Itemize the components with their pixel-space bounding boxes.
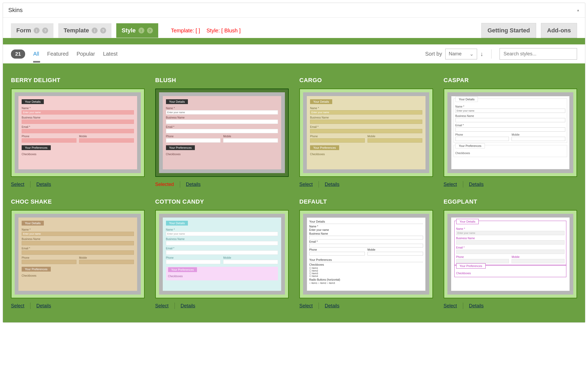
info-icon[interactable]: ! [138,28,144,33]
select-link[interactable]: Select [155,303,169,309]
info-icon[interactable]: ! [34,28,40,33]
sort-select[interactable]: Name ⌄ [445,49,477,59]
search-box[interactable] [500,48,577,60]
details-link[interactable]: Details [325,303,339,309]
style-card: BLUSH Your Details Name *Enter your name… [155,77,289,188]
panel-header: Skins ▲ [3,3,585,18]
select-link[interactable]: Select [299,182,313,187]
style-thumbnail[interactable]: Your Details Name *Enter your name Busin… [299,89,433,177]
style-thumbnail[interactable]: Your Details Name *Enter your name Busin… [11,89,145,177]
tab-form-label: Form [16,27,31,34]
details-link[interactable]: Details [186,182,201,187]
tab-form[interactable]: Form ! ? [11,23,53,38]
details-link[interactable]: Details [325,182,339,187]
tab-template[interactable]: Template ! ? [58,23,111,38]
filter-all[interactable]: All [33,51,39,57]
sort-group: Sort by Name ⌄ ↓ [425,49,483,59]
style-thumbnail[interactable]: Your Details Name *Enter your name Busin… [155,210,289,298]
card-actions: Select Details [299,303,433,309]
style-title: CHOC SHAKE [11,198,145,205]
style-thumbnail[interactable]: Your Details Name *Enter your name Busin… [155,89,289,177]
style-thumbnail[interactable]: Your Details Name *Enter your name Busin… [11,210,145,298]
help-icon[interactable]: ? [42,28,48,33]
divider [30,181,30,188]
active-underline [33,61,40,63]
divider [319,181,319,188]
addons-button[interactable]: Add-ons [541,23,577,38]
divider [180,181,180,188]
divider [463,181,463,188]
card-actions: Select Details [444,303,577,309]
count-badge: 21 [11,49,25,59]
style-card: CHOC SHAKE Your Details Name *Enter your… [11,198,145,309]
details-link[interactable]: Details [181,303,195,309]
card-actions: Select Details [299,181,433,188]
collapse-icon[interactable]: ▲ [577,8,580,12]
chevron-down-icon: ⌄ [470,51,474,57]
style-title: COTTON CANDY [155,198,289,205]
tab-style-label: Style [122,27,136,34]
style-card: CASPAR Your Details Name *Enter your nam… [444,77,577,188]
select-link[interactable]: Select [11,182,24,187]
divider [491,49,492,59]
details-link[interactable]: Details [469,303,484,309]
style-card: CARGO Your Details Name *Enter your name… [299,77,433,188]
tab-template-label: Template [64,27,89,34]
summary-template: Template: [ ] [171,28,200,34]
filter-popular[interactable]: Popular [76,51,95,57]
getting-started-button[interactable]: Getting Started [481,23,536,38]
green-strip [3,38,585,44]
tab-style[interactable]: Style ! ? [116,23,158,38]
card-actions: Select Details [11,303,145,309]
filter-featured[interactable]: Featured [47,51,68,57]
select-link[interactable]: Select [444,303,457,309]
help-icon[interactable]: ? [147,28,153,33]
sort-label: Sort by [425,51,442,57]
panel-title: Skins [8,7,23,14]
filter-bar: 21 All Featured Popular Latest Sort by N… [3,44,585,63]
style-card: COTTON CANDY Your Details Name *Enter yo… [155,198,289,309]
style-card: BERRY DELIGHT Your Details Name *Enter y… [11,77,145,188]
style-card: DEFAULT Your Details Name * Enter your n… [299,198,433,309]
select-link[interactable]: Select [299,303,313,309]
info-icon[interactable]: ! [92,28,98,33]
sort-direction-icon[interactable]: ↓ [480,51,483,58]
search-input[interactable] [504,51,573,57]
details-link[interactable]: Details [36,182,51,187]
details-link[interactable]: Details [469,182,484,187]
card-actions: Select Details [444,181,577,188]
style-title: EGGPLANT [444,198,577,205]
card-actions: Selected Details [155,181,289,188]
divider [463,303,463,309]
details-link[interactable]: Details [36,303,51,309]
style-gallery: BERRY DELIGHT Your Details Name *Enter y… [3,63,585,322]
select-link[interactable]: Select [11,303,24,309]
divider [319,303,319,309]
style-thumbnail[interactable]: Your Details Name * Enter your name Busi… [299,210,433,298]
card-actions: Select Details [155,303,289,309]
summary-style: Style: [ Blush ] [206,28,241,34]
style-title: CARGO [299,77,433,84]
select-link[interactable]: Select [444,182,457,187]
tabs-bar: Form ! ? Template ! ? Style ! ? Template… [3,18,585,38]
divider [175,303,175,309]
selected-label: Selected [155,182,174,187]
style-card: EGGPLANT Your Details Name *Enter your n… [444,198,577,309]
style-thumbnail[interactable]: Your Details Name *Enter your name Busin… [444,89,577,177]
card-actions: Select Details [11,181,145,188]
help-icon[interactable]: ? [100,28,106,33]
selection-summary: Template: [ ] Style: [ Blush ] [171,28,241,34]
sort-value: Name [449,51,462,57]
style-thumbnail[interactable]: Your Details Name *Enter your name Busin… [444,210,577,298]
style-title: BLUSH [155,77,289,84]
skins-panel: Skins ▲ Form ! ? Template ! ? Style ! ? … [3,3,585,323]
style-title: DEFAULT [299,198,433,205]
style-title: BERRY DELIGHT [11,77,145,84]
filter-latest[interactable]: Latest [103,51,117,57]
style-title: CASPAR [444,77,577,84]
divider [30,303,30,309]
